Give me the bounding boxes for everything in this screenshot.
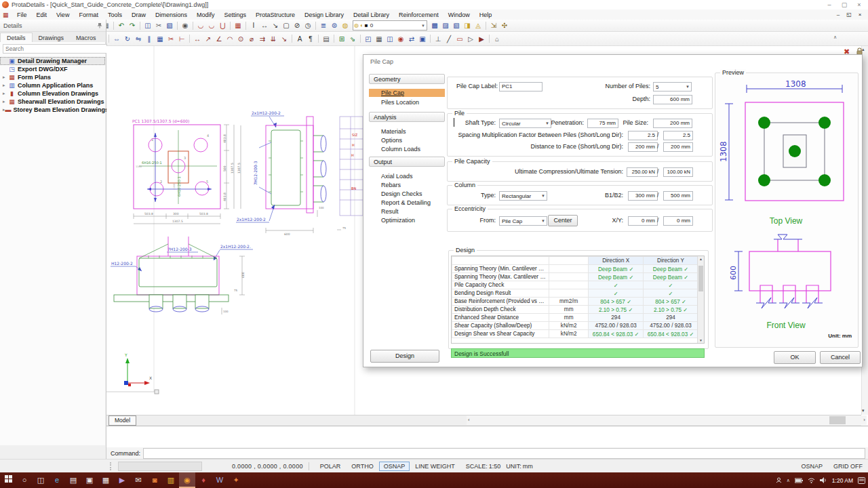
menu-item[interactable]: Tools xyxy=(103,12,127,18)
swap-icon[interactable]: ⇄ xyxy=(406,34,417,44)
pencil-icon[interactable]: ╱ xyxy=(443,34,454,44)
mirror-icon[interactable]: ⇋ xyxy=(133,34,144,44)
toolbar-icon[interactable] xyxy=(189,35,190,43)
pile-size-input[interactable]: 200 mm xyxy=(653,119,692,128)
layer-match-icon[interactable]: ▨ xyxy=(440,20,451,30)
battery-icon[interactable] xyxy=(795,478,803,483)
menu-item[interactable]: Settings xyxy=(219,12,251,18)
toolbar-icon[interactable] xyxy=(430,35,431,43)
design-button[interactable]: Design xyxy=(370,350,439,363)
dim-continue-icon[interactable]: ⇉ xyxy=(257,34,268,44)
direction-y-header[interactable]: Direction Y xyxy=(644,257,698,265)
horizontal-scrollbar[interactable]: ‹ › xyxy=(467,415,867,425)
dim-leader-icon[interactable]: ↘ xyxy=(279,34,290,44)
toolbar-icon[interactable] xyxy=(177,22,178,30)
toolbar-overflow-chevron-icon[interactable]: ∧ xyxy=(833,35,837,40)
leader-line-icon[interactable]: ↘ xyxy=(270,20,281,30)
weld-arc-icon[interactable]: ◡ xyxy=(206,20,217,30)
number-of-piles-select[interactable]: 5 ▼ xyxy=(653,82,692,92)
penetration-input[interactable]: 75 mm xyxy=(587,119,618,128)
insert-block-icon[interactable]: ◰ xyxy=(363,34,374,44)
flag-icon[interactable]: ▷ xyxy=(465,34,476,44)
grid-display-icon[interactable]: ▦ xyxy=(374,34,384,44)
row-design-shear-vs-capacity[interactable]: Design Shear vs Shear Capacity kN/m2 650… xyxy=(452,330,698,338)
offset-icon[interactable]: ∥ xyxy=(144,34,155,44)
row-shear-capacity[interactable]: Shear Capacity (Shallow/Deep) kN/m2 4752… xyxy=(452,322,698,330)
volume-icon[interactable] xyxy=(820,477,827,483)
find-icon[interactable]: ◉ xyxy=(180,20,191,30)
pin-icon[interactable]: ⊥ xyxy=(433,34,443,44)
table-icon[interactable]: ⊞ xyxy=(336,34,347,44)
model-tab[interactable]: Model xyxy=(108,415,136,426)
menu-item[interactable]: Dimensions xyxy=(151,12,192,18)
datalink-icon[interactable]: ⇘ xyxy=(347,34,358,44)
copy-icon[interactable]: ◫ xyxy=(142,20,153,30)
tree-item-detail-drawing-manager[interactable]: ▣ Detail Drawing Manager xyxy=(0,57,105,65)
spacing-short-input[interactable]: 2.5 xyxy=(628,131,658,140)
row-spanning-theory-min[interactable]: Spanning Theory (Min. Cantilever Span) D… xyxy=(452,265,698,273)
tab-details[interactable]: Details xyxy=(0,33,33,43)
expand-arrow-icon[interactable]: ▸ xyxy=(3,83,8,88)
scale-value[interactable]: 1:50 xyxy=(489,463,501,470)
start-button[interactable] xyxy=(0,472,16,488)
toolbar-icon[interactable] xyxy=(193,22,193,30)
union-icon[interactable]: ⋃ xyxy=(217,20,228,30)
command-input[interactable] xyxy=(143,448,865,459)
people-icon[interactable] xyxy=(776,477,782,483)
pan-hand-icon[interactable]: ✣ xyxy=(499,20,510,30)
scroll-left-icon[interactable]: ‹ xyxy=(468,417,470,423)
eccentricity-y-input[interactable]: 0 mm xyxy=(663,216,693,226)
boundary-icon[interactable]: ▭ xyxy=(454,34,465,44)
tree-item-export-dwg-dxf[interactable]: ◳ Export DWG/DXF xyxy=(0,65,105,73)
layer-dropdown[interactable]: ◍◐■ 0 ▼ xyxy=(353,20,427,30)
corner-icon[interactable]: ▢ xyxy=(281,20,292,30)
prota-app-icon[interactable]: ✦ xyxy=(228,472,244,488)
table-scroll-up-icon[interactable]: ▲ xyxy=(698,257,704,261)
unit-value[interactable]: mm xyxy=(523,463,533,470)
grid-status[interactable]: GRID OFF xyxy=(833,463,863,470)
trim-icon[interactable]: ✂ xyxy=(165,34,176,44)
toolbar-icon[interactable] xyxy=(113,22,114,30)
store-icon[interactable]: ▤ xyxy=(65,472,81,488)
ultimate-tension-input[interactable]: 100.00 kN xyxy=(663,167,693,177)
line-weight-toggle[interactable]: LINE WEIGHT xyxy=(410,463,460,470)
maximize-icon[interactable]: ▢ xyxy=(837,1,852,8)
close-icon[interactable]: × xyxy=(852,1,867,8)
tree-item-shearwall-elevation-drawings[interactable]: ▸ ▦ Shearwall Elevation Drawings xyxy=(0,98,105,106)
region-icon[interactable]: ▦ xyxy=(233,20,243,30)
nav-item-column-loads[interactable]: Column Loads xyxy=(369,145,445,153)
hscroll-thumb[interactable] xyxy=(829,416,846,424)
polar-toggle[interactable]: POLAR xyxy=(315,463,347,470)
no-plot-icon[interactable]: ⊘ xyxy=(292,20,302,30)
nav-item-axial-loads[interactable]: Axial Loads xyxy=(369,172,445,180)
toolbar-icon[interactable] xyxy=(245,22,246,30)
menu-item[interactable]: ProtaStructure xyxy=(251,12,300,18)
wifi-icon[interactable] xyxy=(808,477,815,483)
layer-properties-icon[interactable]: ≣ xyxy=(318,20,329,30)
cortana-search-icon[interactable]: ○ xyxy=(16,472,33,488)
dim-aligned-icon[interactable]: ↗ xyxy=(203,34,214,44)
toolbar-icon[interactable] xyxy=(140,22,140,30)
eccentricity-x-input[interactable]: 0 mm xyxy=(628,216,658,226)
toolbar-icon[interactable] xyxy=(486,22,486,30)
table-scrollbar[interactable]: ▲ ▼ xyxy=(697,256,704,343)
row-enhanced-shear-distance[interactable]: Enhanced Shear Distance mm 294 294 xyxy=(452,314,698,322)
search-input[interactable] xyxy=(3,44,107,54)
tab-drawings[interactable]: Drawings xyxy=(33,33,71,43)
depth-input[interactable]: 600 mm xyxy=(653,95,692,104)
page-setup-icon[interactable]: ▤ xyxy=(321,34,332,44)
scroll-right-icon[interactable]: › xyxy=(863,417,865,423)
tree-item-form-plans[interactable]: ▸ ▦ Form Plans xyxy=(0,73,105,81)
extend-icon[interactable]: ⊢ xyxy=(176,34,187,44)
pin-icon[interactable] xyxy=(97,22,102,28)
robot-app-icon[interactable]: ♦ xyxy=(195,472,212,488)
photos-icon[interactable]: ▣ xyxy=(81,472,98,488)
mtext-icon[interactable]: ¶ xyxy=(305,34,316,44)
edge-icon[interactable]: e xyxy=(49,472,65,488)
notification-icon[interactable] xyxy=(858,477,865,484)
table-scroll-thumb[interactable] xyxy=(698,266,703,291)
expand-arrow-icon[interactable]: ▸ xyxy=(3,91,8,96)
movies-icon[interactable]: ▶ xyxy=(114,472,130,488)
dim-radius-icon[interactable]: ⊙ xyxy=(235,34,246,44)
expand-arrow-icon[interactable]: ▸ xyxy=(3,99,8,104)
